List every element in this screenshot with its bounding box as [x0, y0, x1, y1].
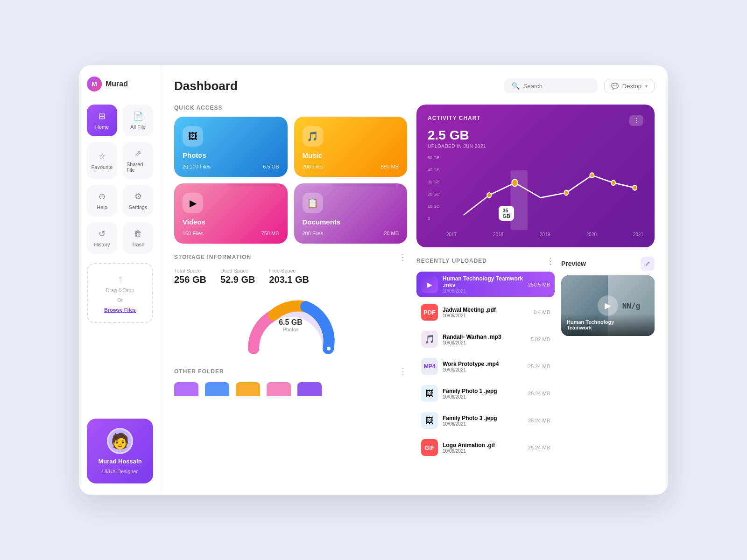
used-value: 52.9 GB — [220, 274, 255, 285]
sidebar-item-label: History — [94, 242, 110, 247]
sidebar-item-settings[interactable]: ⚙ Settings — [123, 185, 153, 217]
folder-bar-5 — [297, 382, 322, 396]
all-file-icon: 📄 — [133, 111, 143, 121]
list-item[interactable]: GIF Logo Animation .gif 10/06/2021 25.24… — [416, 435, 555, 460]
page-title: Dashboard — [174, 79, 238, 93]
qa-card-videos[interactable]: ▶ Videos 150 Files 750 MB — [174, 183, 288, 244]
activity-chart-svg — [428, 155, 643, 230]
folder-bar-purple — [174, 382, 198, 396]
preview-title: Preview — [561, 260, 586, 267]
favourite-icon: ☆ — [99, 151, 106, 161]
list-item[interactable]: MP4 Work Prototype .mp4 10/06/2021 25.24… — [416, 354, 555, 378]
upload-box[interactable]: ↑ Drag & Drop Or Browse Files — [87, 263, 153, 323]
file-size: 25.24 MB — [528, 445, 550, 450]
folder-bar-blue — [205, 382, 229, 396]
quick-access-grid: 🖼 Photos 20,100 Files 6.5 GB 🎵 — [174, 117, 407, 244]
storage-stats: Total Space 256 GB Used Space 52.9 GB Fr… — [174, 268, 407, 285]
free-label: Free Space — [269, 268, 309, 273]
donut-value: 6.5 GB — [279, 318, 303, 327]
music-name: Music — [303, 151, 399, 159]
main-content: Dashboard 🔍 💬 Dextop ▾ QUICK ACCESS — [161, 65, 668, 495]
folder-bar-1 — [174, 382, 198, 396]
list-item[interactable]: 🖼 Family Photo 3 .jepg 10/06/2021 25.24 … — [416, 408, 555, 433]
other-folder-more-button[interactable]: ⋮ — [399, 367, 407, 376]
sidebar-item-favourite[interactable]: ☆ Favourite — [87, 142, 117, 179]
sidebar-item-history[interactable]: ↺ History — [87, 222, 117, 254]
preview-overlay: Human TechnologyTeamwork — [561, 314, 655, 336]
file-info: Work Prototype .mp4 10/06/2021 — [443, 361, 523, 372]
x-label-2017: 2017 — [446, 232, 457, 237]
file-thumbnail: GIF — [421, 439, 438, 456]
recent-preview-row: RECENTLY UPLOADED ⋮ ▶ Human Technology T… — [416, 257, 655, 485]
documents-files: 200 Files — [303, 231, 324, 236]
x-label-2019: 2019 — [540, 232, 550, 237]
qa-card-documents[interactable]: 📋 Documents 200 Files 20 MB — [294, 183, 408, 244]
sidebar-item-label: Home — [95, 124, 109, 130]
x-label-2020: 2020 — [586, 232, 597, 237]
list-item[interactable]: ▶ Human Technology Teamwork .mkv 10/06/2… — [416, 272, 555, 297]
preview-header: Preview ⤢ — [561, 257, 655, 271]
x-label-2018: 2018 — [493, 232, 503, 237]
svg-point-6 — [611, 180, 615, 185]
music-icon: 🎵 — [307, 131, 318, 142]
y-label-30: 30 GB — [428, 180, 440, 184]
qa-card-photos[interactable]: 🖼 Photos 20,100 Files 6.5 GB — [174, 117, 288, 177]
svg-point-4 — [564, 190, 568, 196]
video-icon: ▶ — [427, 281, 432, 288]
sidebar-item-help[interactable]: ⊙ Help — [87, 185, 117, 217]
preview-expand-button[interactable]: ⤢ — [641, 257, 655, 271]
list-item[interactable]: 🖼 Family Photo 1 .jepg 10/06/2021 25.24 … — [416, 381, 555, 406]
file-name: Jadwal Meeting .pdf — [443, 307, 529, 313]
user-name: Murad Hossain — [98, 458, 141, 465]
sidebar-item-trash[interactable]: 🗑 Trash — [123, 222, 153, 254]
file-thumbnail: MP4 — [421, 358, 438, 375]
right-panel: ACTIVITY CHART ⋮ 2.5 GB UPLOADED IN JUN … — [416, 105, 655, 485]
photos-size: 6.5 GB — [263, 164, 279, 169]
list-item[interactable]: PDF Jadwal Meeting .pdf 10/06/2021 0.4 M… — [416, 300, 555, 324]
recent-more-button[interactable]: ⋮ — [546, 257, 555, 265]
y-label-20: 20 GB — [428, 192, 440, 196]
svg-point-3 — [512, 179, 518, 186]
file-thumbnail: PDF — [421, 304, 438, 321]
music-icon-wrap: 🎵 — [303, 126, 323, 147]
x-label-2021: 2021 — [633, 232, 643, 237]
file-info: Randall- Warhan .mp3 10/06/2021 — [443, 334, 526, 345]
folder-bar-pink — [267, 382, 291, 396]
search-input[interactable] — [523, 83, 590, 90]
activity-chart-more-button[interactable]: ⋮ — [629, 115, 643, 126]
videos-files: 150 Files — [183, 231, 204, 236]
search-bar[interactable]: 🔍 — [504, 78, 598, 93]
documents-name: Documents — [303, 218, 399, 226]
photos-icon-wrap: 🖼 — [183, 126, 203, 147]
videos-icon-wrap: ▶ — [183, 193, 203, 213]
list-item[interactable]: 🎵 Randall- Warhan .mp3 10/06/2021 5.02 M… — [416, 327, 555, 351]
preview-play-button[interactable]: ▶ — [598, 295, 618, 316]
y-axis-labels: 50 GB 40 GB 30 GB 20 GB 10 GB 0 — [428, 155, 440, 221]
photos-icon: 🖼 — [188, 131, 197, 142]
device-icon: 💬 — [611, 83, 619, 90]
storage-more-button[interactable]: ⋮ — [399, 253, 407, 261]
svg-point-2 — [487, 193, 491, 198]
browse-files-link[interactable]: Browse Files — [104, 307, 136, 313]
sidebar-item-home[interactable]: ⊞ Home — [87, 105, 117, 136]
quick-access-section: QUICK ACCESS 🖼 Photos 20,100 Files 6.5 G… — [174, 105, 407, 244]
other-folder-header: OTHER FOLDER ⋮ — [174, 367, 407, 376]
file-name: Family Photo 1 .jepg — [443, 388, 523, 394]
sidebar-item-shared-file[interactable]: ⇗ Shared File — [123, 142, 153, 179]
device-selector[interactable]: 💬 Dextop ▾ — [604, 79, 655, 93]
sidebar-logo: M Murad — [87, 77, 128, 91]
videos-meta: 150 Files 750 MB — [183, 231, 279, 236]
file-thumbnail: 🎵 — [421, 331, 438, 348]
app-container: M Murad ⊞ Home 📄 All File ☆ Favourite ⇗ … — [79, 65, 668, 495]
sidebar-item-all-file[interactable]: 📄 All File — [123, 105, 153, 136]
documents-icon: 📋 — [307, 197, 318, 209]
qa-card-music[interactable]: 🎵 Music 200 Files 650 MB — [294, 117, 408, 177]
documents-meta: 200 Files 20 MB — [303, 231, 399, 236]
file-info: Jadwal Meeting .pdf 10/06/2021 — [443, 307, 529, 318]
svg-point-7 — [633, 185, 637, 190]
device-label: Dextop — [622, 83, 641, 90]
preview-file-name: Human TechnologyTeamwork — [567, 319, 649, 330]
svg-point-0 — [326, 346, 331, 351]
music-meta: 200 Files 650 MB — [303, 164, 399, 169]
used-label: Used Space — [220, 268, 255, 273]
